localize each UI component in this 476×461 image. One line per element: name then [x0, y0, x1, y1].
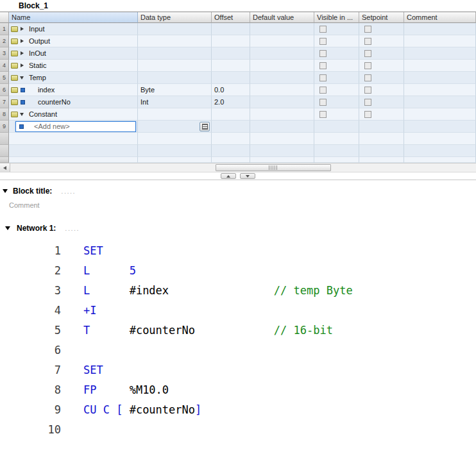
- default-value-cell[interactable]: [250, 96, 314, 108]
- code-line[interactable]: 4+I: [0, 301, 476, 321]
- table-row[interactable]: 8Constant: [0, 108, 476, 121]
- name-cell[interactable]: Constant: [9, 108, 138, 121]
- visible-cell[interactable]: [314, 121, 359, 133]
- code-line[interactable]: 3L #index // temp Byte: [0, 281, 476, 301]
- default-value-cell[interactable]: [250, 84, 314, 96]
- offset-cell[interactable]: [212, 72, 250, 84]
- row-number-cell[interactable]: 5: [0, 72, 9, 84]
- data-type-cell[interactable]: [138, 60, 212, 72]
- data-type-cell[interactable]: Int: [138, 96, 212, 108]
- comment-cell[interactable]: [404, 60, 476, 72]
- header-name[interactable]: Name: [9, 12, 138, 23]
- expander-collapsed-icon[interactable]: [21, 39, 24, 43]
- visible-checkbox[interactable]: [319, 26, 327, 33]
- scrollbar-thumb[interactable]: [216, 164, 331, 171]
- setpoint-checkbox[interactable]: [364, 50, 371, 57]
- row-number-cell[interactable]: 2: [0, 35, 9, 47]
- setpoint-checkbox[interactable]: [364, 87, 371, 94]
- scrollbar-track[interactable]: [10, 163, 476, 172]
- setpoint-checkbox[interactable]: [364, 74, 371, 81]
- collapse-down-button[interactable]: [240, 173, 255, 179]
- row-number-cell[interactable]: 4: [0, 60, 9, 72]
- visible-cell[interactable]: [314, 72, 359, 84]
- add-new-editbox[interactable]: <Add new>: [15, 121, 136, 132]
- collapse-up-button[interactable]: [221, 173, 236, 179]
- header-setpoint[interactable]: Setpoint: [359, 12, 404, 23]
- data-type-picker-button[interactable]: [200, 122, 210, 131]
- name-cell[interactable]: counterNo: [9, 96, 138, 108]
- comment-cell[interactable]: [404, 23, 476, 35]
- data-type-cell[interactable]: [138, 121, 212, 133]
- visible-checkbox[interactable]: [319, 111, 327, 118]
- visible-cell[interactable]: [314, 60, 359, 72]
- table-row[interactable]: 5Temp: [0, 72, 476, 84]
- setpoint-cell[interactable]: [359, 35, 404, 47]
- name-cell[interactable]: Output: [9, 35, 138, 47]
- code-line[interactable]: 10: [0, 420, 476, 440]
- row-number-cell[interactable]: 3: [0, 47, 9, 60]
- table-row[interactable]: 3InOut: [0, 47, 476, 60]
- default-value-cell[interactable]: [250, 60, 314, 72]
- table-row[interactable]: 1Input: [0, 23, 476, 35]
- data-type-cell[interactable]: [138, 108, 212, 121]
- code-line[interactable]: 7SET: [0, 360, 476, 380]
- visible-cell[interactable]: [314, 23, 359, 35]
- setpoint-cell[interactable]: [359, 23, 404, 35]
- row-number-cell[interactable]: 9: [0, 121, 9, 133]
- default-value-cell[interactable]: [250, 23, 314, 35]
- name-cell[interactable]: Input: [9, 23, 138, 35]
- comment-cell[interactable]: [404, 108, 476, 121]
- setpoint-checkbox[interactable]: [364, 38, 371, 45]
- block-title-row[interactable]: Block title: .....: [0, 184, 476, 198]
- offset-cell[interactable]: [212, 35, 250, 47]
- header-data-type[interactable]: Data type: [138, 12, 212, 23]
- comment-cell[interactable]: [404, 35, 476, 47]
- setpoint-cell[interactable]: [359, 60, 404, 72]
- data-type-cell[interactable]: [138, 47, 212, 60]
- offset-cell[interactable]: 2.0: [212, 96, 250, 108]
- default-value-cell[interactable]: [250, 47, 314, 60]
- default-value-cell[interactable]: [250, 108, 314, 121]
- setpoint-cell[interactable]: [359, 47, 404, 60]
- data-type-cell[interactable]: [138, 23, 212, 35]
- block-title-collapse-icon[interactable]: [3, 189, 8, 193]
- visible-checkbox[interactable]: [319, 99, 327, 106]
- header-default-value[interactable]: Default value: [250, 12, 314, 23]
- offset-cell[interactable]: 0.0: [212, 84, 250, 96]
- setpoint-cell[interactable]: [359, 121, 404, 133]
- offset-cell[interactable]: [212, 108, 250, 121]
- offset-cell[interactable]: [212, 121, 250, 133]
- row-number-cell[interactable]: 6: [0, 84, 9, 96]
- expander-collapsed-icon[interactable]: [21, 63, 24, 67]
- header-comment[interactable]: Comment: [404, 12, 476, 23]
- stl-code-editor[interactable]: 1SET2L 53L #index // temp Byte4+I5T #cou…: [0, 236, 476, 440]
- network-collapse-icon[interactable]: [5, 226, 10, 230]
- code-line[interactable]: 9CU C [ #counterNo]: [0, 400, 476, 420]
- scroll-left-button[interactable]: [0, 163, 10, 172]
- setpoint-checkbox[interactable]: [364, 62, 371, 69]
- code-line[interactable]: 1SET: [0, 241, 476, 261]
- table-row[interactable]: 9<Add new>: [0, 121, 476, 133]
- table-row[interactable]: 6indexByte0.0: [0, 84, 476, 96]
- expander-collapsed-icon[interactable]: [21, 51, 24, 55]
- visible-checkbox[interactable]: [319, 87, 327, 94]
- name-cell[interactable]: Static: [9, 60, 138, 72]
- network-1-row[interactable]: Network 1: .....: [0, 221, 476, 236]
- header-offset[interactable]: Offset: [212, 12, 250, 23]
- default-value-cell[interactable]: [250, 35, 314, 47]
- expander-collapsed-icon[interactable]: [21, 27, 24, 31]
- code-line[interactable]: 8FP %M10.0: [0, 380, 476, 400]
- default-value-cell[interactable]: [250, 72, 314, 84]
- comment-cell[interactable]: [404, 121, 476, 133]
- data-type-cell[interactable]: Byte: [138, 84, 212, 96]
- comment-cell[interactable]: [404, 84, 476, 96]
- visible-cell[interactable]: [314, 84, 359, 96]
- code-line[interactable]: 5T #counterNo // 16-bit: [0, 321, 476, 340]
- row-number-cell[interactable]: 1: [0, 23, 9, 35]
- block-comment-placeholder[interactable]: Comment: [0, 198, 476, 215]
- name-cell[interactable]: Temp: [9, 72, 138, 84]
- offset-cell[interactable]: [212, 60, 250, 72]
- header-visible-in[interactable]: Visible in ...: [314, 12, 359, 23]
- setpoint-checkbox[interactable]: [364, 99, 371, 106]
- name-cell[interactable]: InOut: [9, 47, 138, 60]
